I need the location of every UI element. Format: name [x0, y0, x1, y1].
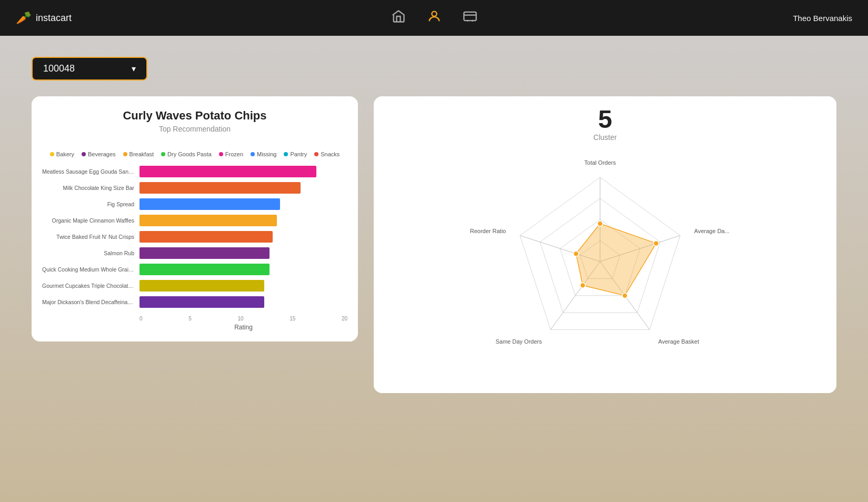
radar-area: Total OrdersAverage Da...Average BasketS… — [374, 146, 836, 393]
legend-dot — [161, 152, 165, 156]
bar — [139, 280, 264, 292]
x-ticks: 05101520 — [139, 316, 347, 322]
bar — [139, 296, 264, 308]
legend-item: Breakfast — [123, 151, 154, 157]
legend-dot — [123, 152, 127, 156]
bar-container — [139, 166, 347, 177]
legend-label: Missing — [257, 151, 276, 157]
legend-dot — [50, 152, 54, 156]
bar-container — [139, 182, 347, 194]
header: 🥕 instacart Theo Bervanakis — [0, 0, 868, 36]
bar-container — [139, 280, 347, 292]
chart-card: BakeryBeveragesBreakfastDry Goods PastaF… — [32, 143, 358, 342]
legend-item: Bakery — [50, 151, 74, 157]
user-name: Theo Bervanakis — [793, 14, 852, 23]
radar-axis-label: Same Day Orders — [495, 338, 542, 345]
x-axis: 05101520 — [139, 313, 347, 322]
radar-dot — [622, 293, 627, 298]
svg-point-2 — [466, 19, 468, 22]
bar-label: Gourmet Cupcakes Triple Chocolate Filled… — [42, 283, 139, 289]
bar — [139, 247, 270, 259]
bar-label: Meatless Sausage Egg Gouda Sandwich — [42, 168, 139, 175]
legend-dot — [82, 152, 86, 156]
radar-chart: Total OrdersAverage Da...Average BasketS… — [479, 151, 732, 383]
bar-label: Organic Maple Cinnamon Waffles — [42, 217, 139, 224]
bar-row: Organic Maple Cinnamon Waffles — [42, 215, 347, 226]
legend-label: Dry Goods Pasta — [167, 151, 212, 157]
radar-axis-label: Total Orders — [584, 159, 616, 166]
legend-label: Pantry — [290, 151, 307, 157]
bar-row: Salmon Rub — [42, 247, 347, 259]
x-tick: 5 — [188, 316, 192, 322]
bar-row: Meatless Sausage Egg Gouda Sandwich — [42, 166, 347, 177]
bar — [139, 215, 277, 226]
bar — [139, 182, 301, 194]
card-title: Curly Waves Potato Chips — [44, 109, 345, 123]
radar-dot — [580, 283, 585, 288]
cards-row: Curly Waves Potato Chips Top Recommendat… — [32, 96, 836, 393]
x-axis-label: Rating — [139, 324, 347, 331]
logo-area: 🥕 instacart — [16, 11, 72, 25]
bar-label: Salmon Rub — [42, 250, 139, 256]
x-tick: 0 — [139, 316, 143, 322]
legend-dot — [284, 152, 288, 156]
svg-point-3 — [471, 19, 473, 22]
bar-label: Major Dickason's Blend Decaffeinated Dar… — [42, 299, 139, 305]
bar — [139, 264, 270, 275]
bar-container — [139, 264, 347, 275]
bar-container — [139, 296, 347, 308]
legend-item: Snacks — [314, 151, 340, 157]
cluster-number: 5 — [386, 107, 824, 132]
nav-icons — [391, 9, 477, 27]
dropdown-value: 100048 — [43, 63, 75, 74]
legend-dot — [251, 152, 255, 156]
legend-item: Missing — [251, 151, 276, 157]
bar-label: Fig Spread — [42, 201, 139, 207]
legend-label: Frozen — [225, 151, 243, 157]
bar — [139, 198, 280, 210]
legend-item: Frozen — [219, 151, 243, 157]
carrot-icon: 🥕 — [16, 11, 32, 25]
radar-dot — [573, 251, 578, 256]
legend-label: Breakfast — [129, 151, 154, 157]
bar-row: Milk Chocolate King Size Bar — [42, 182, 347, 194]
user-nav-icon[interactable] — [427, 9, 442, 27]
legend: BakeryBeveragesBreakfastDry Goods PastaF… — [42, 151, 347, 157]
bar-row: Quick Cooking Medium Whole Grain Brown .… — [42, 264, 347, 275]
bar-row: Major Dickason's Blend Decaffeinated Dar… — [42, 296, 347, 308]
logo-text: instacart — [36, 13, 72, 24]
radar-axis-label: Reorder Ratio — [470, 228, 505, 234]
id-dropdown[interactable]: 100048 ▾ — [32, 57, 147, 81]
legend-item: Dry Goods Pasta — [161, 151, 212, 157]
bar-row: Twice Baked Fruit N' Nut Crisps — [42, 231, 347, 243]
svg-rect-1 — [464, 12, 476, 21]
cart-nav-icon[interactable] — [463, 9, 477, 27]
svg-point-0 — [432, 12, 436, 16]
bar-container — [139, 231, 347, 243]
home-nav-icon[interactable] — [391, 9, 406, 27]
x-tick: 20 — [342, 316, 347, 322]
cluster-label: Cluster — [386, 133, 824, 142]
legend-item: Pantry — [284, 151, 307, 157]
bar-chart: Meatless Sausage Egg Gouda Sandwich Milk… — [42, 166, 347, 308]
radar-data-polygon — [576, 224, 656, 296]
bar-label: Milk Chocolate King Size Bar — [42, 185, 139, 191]
x-tick: 15 — [290, 316, 295, 322]
legend-item: Beverages — [82, 151, 116, 157]
legend-dot — [219, 152, 223, 156]
bar-label: Quick Cooking Medium Whole Grain Brown .… — [42, 266, 139, 273]
legend-label: Snacks — [321, 151, 340, 157]
bar-container — [139, 215, 347, 226]
radar-dot — [653, 240, 659, 246]
radar-axis-label: Average Da... — [694, 228, 729, 234]
card-header: Curly Waves Potato Chips Top Recommendat… — [32, 96, 358, 142]
legend-dot — [314, 152, 318, 156]
legend-label: Beverages — [88, 151, 116, 157]
chevron-down-icon: ▾ — [132, 64, 136, 74]
radar-axis-label: Average Basket — [658, 338, 699, 345]
legend-label: Bakery — [56, 151, 74, 157]
bar-container — [139, 198, 347, 210]
main-content: 100048 ▾ Curly Waves Potato Chips Top Re… — [0, 36, 868, 414]
bar-row: Fig Spread — [42, 198, 347, 210]
bar — [139, 166, 316, 177]
